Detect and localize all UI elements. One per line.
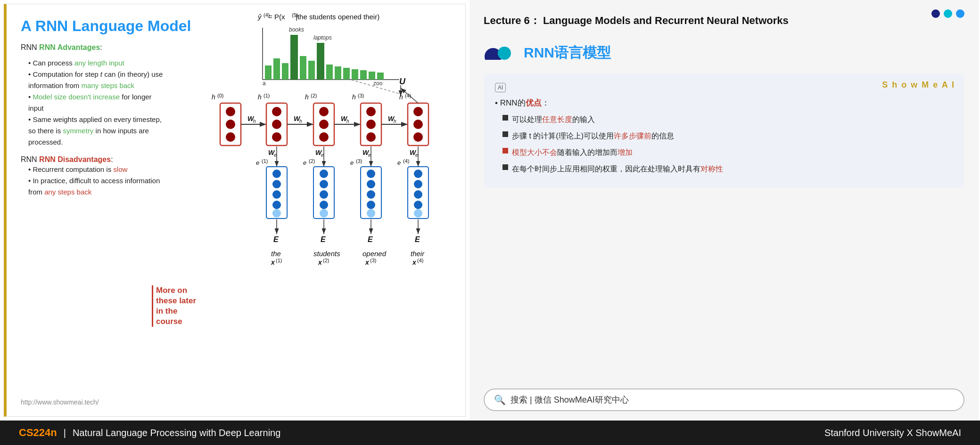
svg-point-32 <box>226 132 235 142</box>
renyichang-text: 任意长度 <box>542 115 572 123</box>
search-bar-container[interactable]: 🔍 搜索 | 微信 ShowMeAI研究中心 <box>484 379 964 411</box>
svg-text:e: e <box>368 153 371 158</box>
search-text: 搜索 | 微信 ShowMeAI研究中心 <box>511 394 629 405</box>
formula-text: ŷ <box>257 13 262 21</box>
svg-point-97 <box>320 209 328 218</box>
disadvantages-section: RNN RNN Disadvantages: <box>21 155 167 164</box>
chinese-content: • RNN的优点： 可以处理任意长度的输入 步骤 t 的计算(理论上)可以使用许… <box>495 96 953 176</box>
dis-colon: : <box>111 155 113 163</box>
rnn-diagram-svg: ŷ (4) = P(x (5) |the students opened the… <box>206 9 461 357</box>
svg-text:h: h <box>305 93 309 101</box>
dot-3 <box>956 9 964 18</box>
svg-line-71 <box>401 88 418 103</box>
svg-point-49 <box>319 120 329 129</box>
svg-point-101 <box>367 170 375 178</box>
svg-point-39 <box>272 107 281 116</box>
cn-bullet-2: 步骤 t 的计算(理论上)可以使用许多步骤前的信息 <box>502 129 953 143</box>
diagram-container: ŷ (4) = P(x (5) |the students opened the… <box>206 9 461 357</box>
svg-point-85 <box>272 170 281 178</box>
duichengxing-text: 对称性 <box>700 165 723 173</box>
more-on-later-text: More onthese laterin thecourse <box>152 285 196 327</box>
svg-text:(2): (2) <box>323 258 329 263</box>
dot-group <box>931 9 964 18</box>
left-slide: A RNN Language Model ŷ (4) = P(x (5) |th… <box>4 4 466 417</box>
svg-text:(2): (2) <box>309 158 315 164</box>
rnn-advantages-cn: • RNN的优点： <box>495 96 953 111</box>
advantage-item-4: Same weights applied on every timestep, … <box>28 114 167 148</box>
showmeai-logo <box>484 40 514 66</box>
any-length-text: any length input <box>74 59 124 67</box>
svg-text:x: x <box>271 259 275 266</box>
svg-text:= P(x: = P(x <box>268 13 285 21</box>
svg-text:x: x <box>412 259 417 266</box>
footer-left: CS224n | Natural Language Processing wit… <box>19 427 280 439</box>
left-text-content: RNN RNN Advantages: Can process any leng… <box>21 43 167 198</box>
slide-url: http://www.showmeai.tech/ <box>21 398 99 406</box>
advantages-list: Can process any length input Computation… <box>21 57 167 148</box>
svg-text:e: e <box>303 159 306 166</box>
advantage-item-2: Computation for step t can (in theory) u… <box>28 69 167 91</box>
svg-point-112 <box>414 201 422 209</box>
cn-bullet-4-text: 在每个时间步上应用相同的权重，因此在处理输入时具有对称性 <box>512 162 723 176</box>
svg-text:(0): (0) <box>217 93 223 98</box>
advantages-label: RNN Advantages <box>39 43 100 51</box>
many-steps-text: many steps back <box>82 81 135 89</box>
svg-rect-19 <box>377 73 384 80</box>
svg-text:e: e <box>415 153 418 158</box>
footer-right: Stanford University X ShowMeAI <box>824 428 961 438</box>
search-bar[interactable]: 🔍 搜索 | 微信 ShowMeAI研究中心 <box>484 388 964 411</box>
model-size-text: Model size doesn't increase <box>33 93 120 101</box>
svg-point-41 <box>272 132 281 142</box>
svg-rect-18 <box>369 72 375 80</box>
svg-text:E: E <box>368 235 373 243</box>
sq-bullet-2 <box>502 131 508 137</box>
svg-text:(3): (3) <box>356 158 362 164</box>
advantages-colon: : <box>100 43 102 51</box>
svg-text:students: students <box>313 250 340 258</box>
svg-text:E: E <box>273 235 279 243</box>
svg-point-94 <box>320 180 328 188</box>
dis-item-2: In practice, difficult to access informa… <box>28 175 167 198</box>
svg-point-66 <box>413 107 423 116</box>
svg-rect-10 <box>300 56 306 80</box>
svg-rect-7 <box>273 58 280 80</box>
svg-point-88 <box>272 201 281 209</box>
svg-point-95 <box>320 190 328 199</box>
svg-text:(3): (3) <box>358 93 364 98</box>
svg-point-68 <box>413 132 423 142</box>
svg-rect-6 <box>265 65 272 80</box>
cn-bullet-2-text: 步骤 t 的计算(理论上)可以使用许多步骤前的信息 <box>512 129 674 143</box>
svg-text:e: e <box>274 153 277 158</box>
svg-text:e: e <box>397 159 401 166</box>
svg-rect-11 <box>308 61 315 80</box>
right-top-section: RNN语言模型 <box>484 40 964 66</box>
search-icon: 🔍 <box>494 394 506 405</box>
advantages-section: RNN RNN Advantages: <box>21 43 167 52</box>
svg-text:(2): (2) <box>311 93 317 98</box>
svg-text:h: h <box>399 93 403 101</box>
svg-point-59 <box>366 132 376 142</box>
youdin-text: 优点 <box>526 98 542 107</box>
dot-1 <box>931 9 940 18</box>
svg-text:x: x <box>365 259 370 266</box>
svg-point-137 <box>498 47 511 60</box>
svg-point-103 <box>367 190 375 199</box>
svg-text:(1): (1) <box>262 158 268 164</box>
svg-point-67 <box>413 120 423 129</box>
svg-point-48 <box>319 107 329 116</box>
symmetry-text: symmetry <box>63 127 93 135</box>
cn-bullet-3-text: 模型大小不会随着输入的增加而增加 <box>512 146 633 160</box>
cn-bullet-1-text: 可以处理任意长度的输入 <box>512 113 595 127</box>
dis-item-1: Recurrent computation is slow <box>28 164 167 175</box>
svg-text:h: h <box>394 119 396 124</box>
svg-text:(4): (4) <box>417 258 423 263</box>
rnn-label: RNN <box>21 43 39 51</box>
svg-rect-9 <box>290 35 298 80</box>
svg-text:opened: opened <box>362 250 387 258</box>
footer: CS224n | Natural Language Processing wit… <box>0 421 980 445</box>
showmeai-card: AI S h o w M e A I • RNN的优点： 可以处理任意长度的输入… <box>484 73 964 188</box>
lecture-title-container: Lecture 6： Language Models and Recurrent… <box>484 9 789 28</box>
svg-point-102 <box>367 180 375 188</box>
svg-point-30 <box>226 107 235 116</box>
footer-course-title: Natural Language Processing with Deep Le… <box>73 428 280 438</box>
